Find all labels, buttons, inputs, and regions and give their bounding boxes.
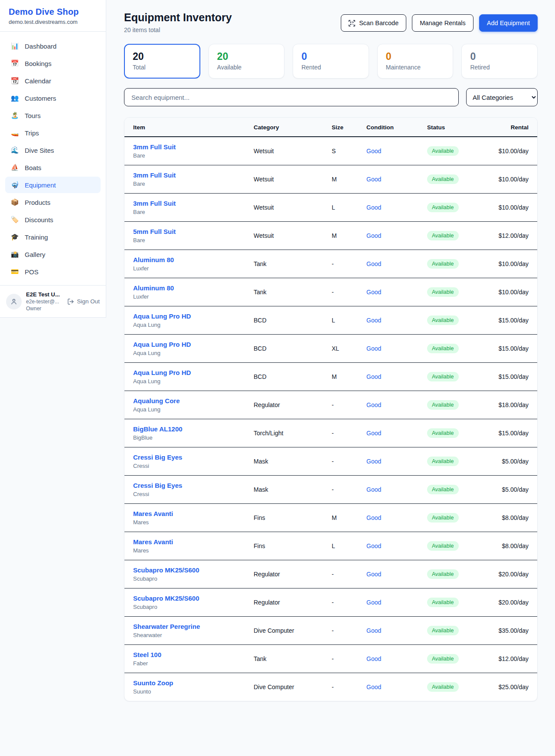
condition-link[interactable]: Good — [366, 148, 427, 154]
item-name-link[interactable]: Scubapro MK25/S600 — [133, 566, 254, 574]
add-equipment-button[interactable]: Add Equipment — [479, 14, 538, 32]
condition-link[interactable]: Good — [366, 430, 427, 437]
stat-card-available[interactable]: 20 Available — [209, 44, 285, 79]
sidebar-icon-pos: 💳 — [10, 268, 19, 276]
condition-link[interactable]: Good — [366, 176, 427, 183]
item-name-link[interactable]: Steel 100 — [133, 651, 254, 658]
sidebar-item-boats[interactable]: ⛵ Boats — [5, 159, 101, 176]
page-header: Equipment Inventory 20 items total Scan … — [124, 11, 538, 33]
sidebar-item-trips[interactable]: 🚤 Trips — [5, 125, 101, 141]
sidebar-item-pos[interactable]: 💳 POS — [5, 263, 101, 280]
item-name-link[interactable]: Shearwater Peregrine — [133, 623, 254, 630]
sidebar-item-tours[interactable]: 🏝️ Tours — [5, 107, 101, 124]
stat-label: Retired — [470, 64, 529, 71]
sidebar-item-customers[interactable]: 👥 Customers — [5, 90, 101, 106]
condition-link[interactable]: Good — [366, 317, 427, 324]
item-name-link[interactable]: 3mm Full Suit — [133, 200, 254, 207]
stat-card-total[interactable]: 20 Total — [124, 44, 200, 79]
item-name-link[interactable]: Cressi Big Eyes — [133, 454, 254, 461]
size-cell: - — [332, 458, 366, 465]
sign-out-button[interactable]: Sign Out — [67, 298, 100, 305]
item-cell: Aluminum 80 Luxfer — [133, 256, 254, 272]
item-name-link[interactable]: Mares Avanti — [133, 538, 254, 546]
status-badge: Available — [427, 485, 459, 494]
item-name-link[interactable]: Aluminum 80 — [133, 256, 254, 263]
sidebar-icon-trips: 🚤 — [10, 129, 19, 137]
table-row: 3mm Full Suit Bare Wetsuit M Good Availa… — [124, 165, 537, 194]
size-cell: - — [332, 599, 366, 606]
category-cell: BCD — [254, 345, 332, 352]
item-name-link[interactable]: Aluminum 80 — [133, 284, 254, 292]
status-badge: Available — [427, 569, 459, 579]
category-cell: BCD — [254, 317, 332, 324]
item-name-link[interactable]: 5mm Full Suit — [133, 228, 254, 235]
condition-link[interactable]: Good — [366, 401, 427, 408]
scan-barcode-button[interactable]: Scan Barcode — [341, 14, 406, 32]
stat-label: Total — [133, 64, 192, 71]
condition-link[interactable]: Good — [366, 599, 427, 606]
item-name-link[interactable]: Aqualung Core — [133, 397, 254, 404]
sidebar-item-dive-sites[interactable]: 🌊 Dive Sites — [5, 142, 101, 158]
category-cell: Fins — [254, 514, 332, 521]
sidebar-item-products[interactable]: 📦 Products — [5, 194, 101, 210]
condition-link[interactable]: Good — [366, 514, 427, 521]
item-name-link[interactable]: Aqua Lung Pro HD — [133, 341, 254, 348]
condition-link[interactable]: Good — [366, 232, 427, 239]
size-cell: L — [332, 204, 366, 211]
condition-link[interactable]: Good — [366, 571, 427, 578]
sidebar-item-discounts[interactable]: 🏷️ Discounts — [5, 211, 101, 228]
item-name-link[interactable]: Suunto Zoop — [133, 679, 254, 687]
stats-row: 20 Total 20 Available 0 Rented 0 Mainten… — [124, 44, 538, 79]
condition-link[interactable]: Good — [366, 458, 427, 465]
user-role: Owner — [26, 306, 63, 312]
status-badge: Available — [427, 203, 459, 212]
sidebar-item-dashboard[interactable]: 📊 Dashboard — [5, 38, 101, 54]
item-name-link[interactable]: Cressi Big Eyes — [133, 482, 254, 489]
item-cell: Suunto Zoop Suunto — [133, 679, 254, 695]
sidebar-item-bookings[interactable]: 📅 Bookings — [5, 55, 101, 72]
condition-link[interactable]: Good — [366, 260, 427, 267]
sidebar-item-label: Tours — [25, 112, 41, 119]
condition-link[interactable]: Good — [366, 373, 427, 380]
sidebar-item-equipment[interactable]: 🤿 Equipment — [5, 177, 101, 193]
sidebar-item-calendar[interactable]: 📆 Calendar — [5, 72, 101, 89]
condition-link[interactable]: Good — [366, 684, 427, 690]
brand-name[interactable]: Demo Dive Shop — [9, 7, 97, 17]
stat-card-maintenance[interactable]: 0 Maintenance — [377, 44, 454, 79]
user-email: e2e-tester@... — [26, 299, 63, 305]
category-select[interactable]: All Categories — [466, 88, 538, 106]
rental-cell: $8.00/day — [493, 514, 529, 521]
item-name-link[interactable]: Aqua Lung Pro HD — [133, 369, 254, 376]
sidebar-item-training[interactable]: 🎓 Training — [5, 229, 101, 245]
item-name-link[interactable]: Aqua Lung Pro HD — [133, 312, 254, 320]
sidebar-icon-products: 📦 — [10, 198, 19, 206]
condition-link[interactable]: Good — [366, 289, 427, 296]
status-badge: Available — [427, 400, 459, 410]
item-brand: Faber — [133, 660, 254, 667]
column-header-condition: Condition — [366, 124, 427, 131]
sidebar-item-gallery[interactable]: 📸 Gallery — [5, 246, 101, 263]
size-cell: - — [332, 260, 366, 267]
column-header-category: Category — [254, 124, 332, 131]
item-brand: Aqua Lung — [133, 322, 254, 328]
condition-link[interactable]: Good — [366, 542, 427, 549]
manage-rentals-button[interactable]: Manage Rentals — [412, 14, 473, 32]
item-name-link[interactable]: BigBlue AL1200 — [133, 425, 254, 433]
condition-link[interactable]: Good — [366, 486, 427, 493]
condition-link[interactable]: Good — [366, 655, 427, 662]
sidebar-item-label: Calendar — [25, 77, 51, 85]
condition-link[interactable]: Good — [366, 345, 427, 352]
item-name-link[interactable]: Mares Avanti — [133, 510, 254, 517]
table-header-row: Item Category Size Condition Status Rent… — [124, 118, 537, 137]
size-cell: XL — [332, 345, 366, 352]
condition-link[interactable]: Good — [366, 627, 427, 634]
item-name-link[interactable]: 3mm Full Suit — [133, 143, 254, 151]
stat-card-retired[interactable]: 0 Retired — [461, 44, 538, 79]
item-name-link[interactable]: Scubapro MK25/S600 — [133, 595, 254, 602]
item-name-link[interactable]: 3mm Full Suit — [133, 171, 254, 179]
size-cell: - — [332, 571, 366, 578]
category-cell: Dive Computer — [254, 627, 332, 634]
condition-link[interactable]: Good — [366, 204, 427, 211]
search-input[interactable] — [124, 88, 459, 106]
stat-card-rented[interactable]: 0 Rented — [293, 44, 369, 79]
